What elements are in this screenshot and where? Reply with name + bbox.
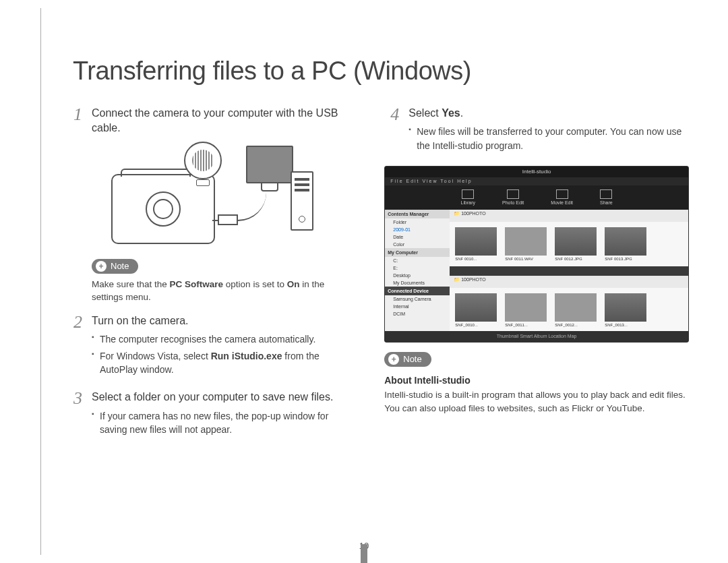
step-4: 4 Select Yes. New files will be transfer…	[384, 106, 689, 159]
plus-icon: +	[96, 261, 107, 272]
two-column-layout: 1 Connect the camera to your computer wi…	[67, 102, 689, 450]
step-body: Select a folder on your computer to save…	[92, 390, 357, 443]
step-2: 2 Turn on the camera. The computer recog…	[67, 314, 357, 383]
monitor-icon	[246, 146, 293, 183]
step-text: Turn on the camera.	[92, 314, 357, 328]
step-body: Select Yes. New files will be transferre…	[408, 106, 689, 159]
note-subhead: About Intelli-studio	[384, 375, 689, 386]
tool-share: Share	[600, 189, 613, 205]
page-title: Transferring files to a PC (Windows)	[73, 57, 696, 86]
bullet-list: If your camera has no new files, the pop…	[92, 409, 357, 437]
step-body: Turn on the camera. The computer recogni…	[92, 314, 357, 383]
bullet-list: New files will be transferred to your co…	[408, 125, 689, 152]
app-toolbar: Library Photo Edit Movie Edit Share	[385, 185, 688, 210]
bullet-list: The computer recognises the camera autom…	[92, 332, 357, 376]
page-number-bar	[361, 544, 367, 563]
bullet: New files will be transferred to your co…	[408, 125, 689, 152]
camera-to-pc-diagram	[111, 146, 313, 247]
bullet: If your camera has no new files, the pop…	[92, 409, 357, 437]
plus-icon: +	[388, 354, 399, 365]
step-text: Connect the camera to your computer with…	[92, 106, 357, 136]
thumb-row: SNF 0010... SNF 0011.WAV SNF 0012.JPG SN…	[450, 222, 688, 266]
step-number: 3	[67, 390, 82, 443]
app-statusbar: Thumbnail Smart Album Location Map	[385, 331, 688, 342]
usb-plug-icon	[218, 214, 238, 225]
binding-line	[40, 8, 41, 555]
app-titlebar: Intelli-studio	[385, 167, 688, 177]
pc-tower-icon	[291, 171, 313, 231]
path-bar: 📁 100PHOTO	[450, 210, 688, 222]
note-badge: + Note	[92, 259, 138, 274]
intelli-studio-screenshot: Intelli-studio File Edit View Tool Help …	[384, 166, 689, 343]
manual-page: Transferring files to a PC (Windows) 1 C…	[0, 0, 728, 563]
app-main-pane: 📁 100PHOTO SNF 0010... SNF 0011.WAV SNF …	[450, 210, 688, 331]
left-column: 1 Connect the camera to your computer wi…	[67, 102, 357, 450]
step-number: 1	[67, 106, 82, 136]
tool-library: Library	[461, 189, 475, 205]
thumb-row-2: SNF_0010... SNF_0011... SNF_0012... SNF_…	[450, 288, 688, 332]
note-text: Make sure that the PC Software option is…	[92, 278, 357, 304]
bullet: The computer recognises the camera autom…	[92, 332, 357, 346]
monitor-stand	[261, 182, 278, 191]
note-badge: + Note	[384, 352, 431, 367]
note-text: Intelli-studio is a built-in program tha…	[384, 388, 689, 415]
tool-photo-edit: Photo Edit	[502, 189, 524, 205]
step-text: Select Yes.	[408, 106, 689, 121]
step-number: 2	[67, 314, 82, 383]
app-sidebar: Contents Manager Folder 2009-01 Date Col…	[385, 210, 450, 331]
step-1: 1 Connect the camera to your computer wi…	[67, 106, 357, 136]
step-3: 3 Select a folder on your computer to sa…	[67, 390, 357, 443]
camera-icon	[111, 174, 215, 244]
note-label: Note	[403, 354, 421, 364]
path-bar-2: 📁 100PHOTO	[450, 276, 688, 288]
step-number: 4	[384, 106, 399, 159]
bullet: For Windows Vista, select Run iStudio.ex…	[92, 349, 357, 377]
zoom-detail-icon	[184, 142, 222, 179]
note-label: Note	[111, 261, 129, 271]
tool-movie-edit: Movie Edit	[551, 189, 573, 205]
step-text: Select a folder on your computer to save…	[92, 390, 357, 405]
right-column: 4 Select Yes. New files will be transfer…	[384, 102, 689, 450]
app-menubar: File Edit View Tool Help	[385, 177, 688, 185]
